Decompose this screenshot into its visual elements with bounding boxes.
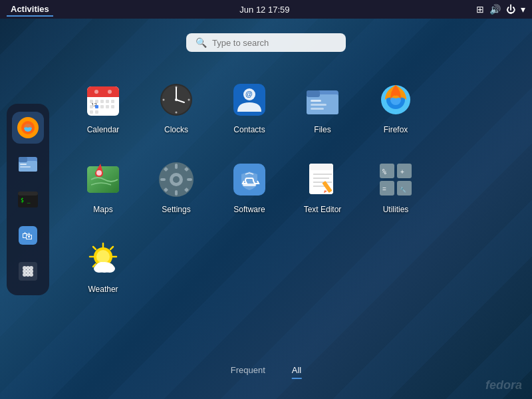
dock-item-software[interactable]: 🛍 Software — [12, 219, 44, 251]
app-label-calendar: Calendar — [87, 125, 120, 134]
app-label-firefox: Firefox — [384, 125, 408, 134]
svg-rect-34 — [90, 105, 93, 108]
svg-rect-37 — [106, 105, 109, 108]
search-input[interactable] — [212, 38, 336, 48]
app-row-2: Maps Settings — [66, 153, 519, 219]
dock-item-files[interactable]: Files — [12, 148, 44, 180]
svg-text:🛍: 🛍 — [22, 230, 33, 241]
app-item-files[interactable]: Files — [286, 73, 359, 140]
firefox-icon-wrapper — [374, 78, 417, 121]
dropdown-icon[interactable]: ▾ — [521, 4, 525, 15]
search-bar: 🔍 — [186, 33, 346, 52]
search-icon: 🔍 — [196, 37, 207, 48]
svg-rect-30 — [95, 100, 98, 103]
svg-point-64 — [96, 170, 102, 176]
app-item-firefox[interactable]: Firefox — [359, 73, 432, 140]
fedora-watermark: fedora — [485, 378, 522, 392]
svg-rect-25 — [87, 93, 119, 97]
svg-text:=: = — [382, 186, 386, 193]
svg-rect-31 — [100, 100, 104, 103]
svg-rect-70 — [160, 178, 166, 181]
app-item-settings[interactable]: Settings — [140, 153, 213, 219]
svg-rect-9 — [18, 192, 38, 196]
network-icon[interactable]: ⊞ — [476, 4, 484, 15]
svg-rect-32 — [106, 100, 109, 103]
contacts-icon-wrapper: @ — [228, 78, 271, 121]
svg-text:+: + — [400, 168, 404, 176]
svg-text:@: @ — [245, 90, 253, 98]
calendar-icon-wrapper: 12 — [82, 78, 124, 121]
search-wrapper: 🔍 — [186, 33, 346, 52]
app-label-utilities: Utilities — [383, 205, 409, 214]
svg-rect-38 — [111, 105, 114, 108]
svg-point-47 — [176, 112, 178, 114]
app-item-weather[interactable]: Weather — [66, 233, 140, 299]
dock-item-firefox[interactable]: Firefox — [12, 112, 44, 144]
app-item-texteditor[interactable]: Text Editor — [286, 153, 359, 219]
app-item-contacts[interactable]: @ Contacts — [213, 73, 286, 140]
app-row-1: 12 Calendar — [66, 73, 519, 140]
svg-point-49 — [188, 99, 190, 101]
app-item-utilities[interactable]: % + = 🔧 Utilities — [359, 153, 432, 219]
app-row-3: Weather — [66, 233, 519, 299]
dock-item-show-apps[interactable]: Show Applications — [12, 255, 44, 287]
app-label-clocks: Clocks — [164, 125, 188, 134]
svg-text:%: % — [382, 168, 386, 176]
app-grid: 12 Calendar — [66, 73, 519, 313]
app-item-clocks[interactable]: Clocks — [140, 73, 213, 140]
svg-rect-7 — [20, 166, 31, 168]
app-item-software[interactable]: Software — [213, 153, 286, 219]
weather-icon-wrapper — [82, 238, 124, 281]
power-icon[interactable]: ⏻ — [506, 4, 515, 15]
svg-point-48 — [163, 99, 165, 101]
svg-text:$ _: $ _ — [21, 198, 31, 203]
svg-rect-39 — [90, 110, 93, 114]
app-label-maps: Maps — [93, 205, 112, 214]
svg-rect-29 — [90, 100, 93, 103]
app-label-files: Files — [314, 125, 331, 134]
svg-rect-69 — [175, 190, 178, 196]
svg-point-67 — [173, 176, 180, 183]
svg-point-27 — [108, 90, 112, 94]
utilities-icon-wrapper: % + = 🔧 — [374, 158, 417, 201]
topbar: Activities Jun 12 17:59 ⊞ 🔊 ⏻ ▾ — [0, 0, 532, 19]
svg-point-96 — [96, 250, 110, 263]
svg-rect-6 — [20, 164, 27, 165]
activities-button[interactable]: Activities — [7, 3, 53, 17]
volume-icon[interactable]: 🔊 — [489, 4, 501, 15]
tab-frequent[interactable]: Frequent — [231, 365, 265, 379]
texteditor-icon-wrapper — [301, 158, 344, 201]
software-icon-wrapper — [228, 158, 271, 201]
svg-point-26 — [94, 90, 98, 94]
system-tray: ⊞ 🔊 ⏻ ▾ — [476, 4, 525, 15]
svg-text:🔧: 🔧 — [400, 186, 406, 193]
maps-icon-wrapper — [82, 158, 124, 201]
svg-rect-80 — [309, 164, 333, 170]
app-label-contacts: Contacts — [233, 125, 265, 134]
svg-point-46 — [176, 86, 178, 88]
app-label-weather: Weather — [88, 285, 118, 294]
dock: Firefox Files $ _ Terminal 🛍 Software — [7, 104, 49, 295]
files-icon-wrapper — [301, 78, 344, 121]
clocks-icon-wrapper — [155, 78, 198, 121]
svg-rect-35 — [95, 105, 98, 108]
svg-rect-56 — [311, 100, 321, 102]
app-label-settings: Settings — [162, 205, 190, 214]
svg-rect-58 — [311, 108, 324, 110]
settings-icon-wrapper — [155, 158, 198, 201]
svg-point-22 — [29, 273, 33, 277]
dock-item-terminal[interactable]: $ _ Terminal — [12, 184, 44, 215]
svg-rect-55 — [307, 90, 320, 97]
tab-all[interactable]: All — [292, 365, 301, 379]
svg-rect-71 — [187, 178, 192, 181]
app-item-calendar[interactable]: 12 Calendar — [66, 73, 140, 140]
svg-rect-88 — [397, 164, 412, 178]
svg-rect-57 — [311, 104, 327, 106]
svg-rect-36 — [100, 105, 104, 108]
svg-line-101 — [93, 247, 96, 249]
app-item-maps[interactable]: Maps — [66, 153, 140, 219]
svg-rect-68 — [175, 164, 178, 169]
svg-rect-77 — [243, 184, 256, 186]
app-label-texteditor: Text Editor — [304, 205, 342, 214]
svg-line-103 — [110, 247, 113, 249]
